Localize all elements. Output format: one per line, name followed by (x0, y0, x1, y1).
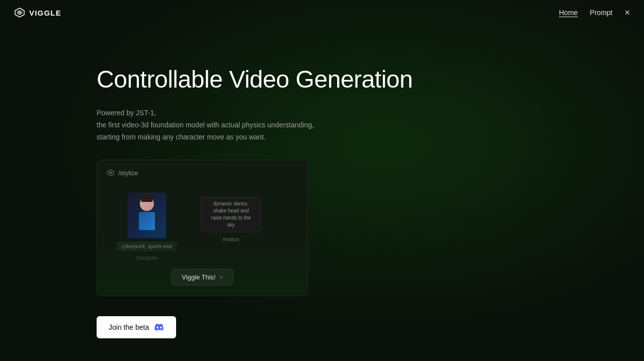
demo-content: cyberpunk, sports vest character dynamic… (107, 193, 297, 261)
viggle-logo-icon (14, 7, 25, 18)
navbar: VIGGLE Home Prompt × (0, 0, 644, 25)
viggle-small-icon (107, 169, 114, 176)
character-figure (134, 197, 159, 233)
discord-icon (154, 322, 164, 332)
join-beta-button[interactable]: Join the beta (97, 316, 176, 338)
nav-links: Home Prompt × (559, 8, 630, 17)
character-label: character (135, 255, 158, 261)
stylize-label: /stylize (118, 169, 138, 177)
nav-prompt-link[interactable]: Prompt (590, 9, 612, 17)
char-head (140, 197, 154, 211)
motion-section: dynamic dance, shake head and raise hand… (201, 197, 261, 242)
svg-marker-1 (17, 10, 22, 15)
close-icon[interactable]: × (624, 8, 630, 17)
subtitle-line-1: Powered by JST-1, (97, 107, 547, 119)
nav-home-link[interactable]: Home (559, 9, 578, 17)
join-beta-label: Join the beta (109, 323, 149, 331)
motion-label: motion (223, 236, 239, 242)
char-body (139, 212, 155, 230)
hero-title: Controllable Video Generation (97, 65, 547, 93)
svg-marker-3 (109, 171, 112, 174)
viggle-this-button[interactable]: Viggle This! » (171, 269, 233, 285)
hero-subtitle: Powered by JST-1, the first video-3d fou… (97, 107, 547, 143)
character-image (128, 193, 166, 238)
char-hair (141, 195, 152, 202)
motion-tag: dynamic dance, shake head and raise hand… (201, 197, 261, 232)
logo-text: VIGGLE (29, 9, 61, 17)
viggle-btn-wrap: Viggle This! » (107, 269, 297, 285)
character-section: cyberpunk, sports vest character (117, 193, 177, 261)
logo[interactable]: VIGGLE (14, 7, 61, 18)
character-tag: cyberpunk, sports vest (117, 242, 177, 251)
subtitle-line-2: the first video-3d foundation model with… (97, 119, 547, 131)
demo-card-header: /stylize (107, 169, 297, 177)
demo-card: /stylize cyberpunk, sports vest characte… (97, 160, 308, 296)
subtitle-line-3: starting from making any character move … (97, 131, 547, 143)
main-content: Controllable Video Generation Powered by… (0, 25, 644, 338)
viggle-btn-label: Viggle This! (182, 273, 215, 281)
viggle-btn-arrow: » (220, 274, 223, 280)
